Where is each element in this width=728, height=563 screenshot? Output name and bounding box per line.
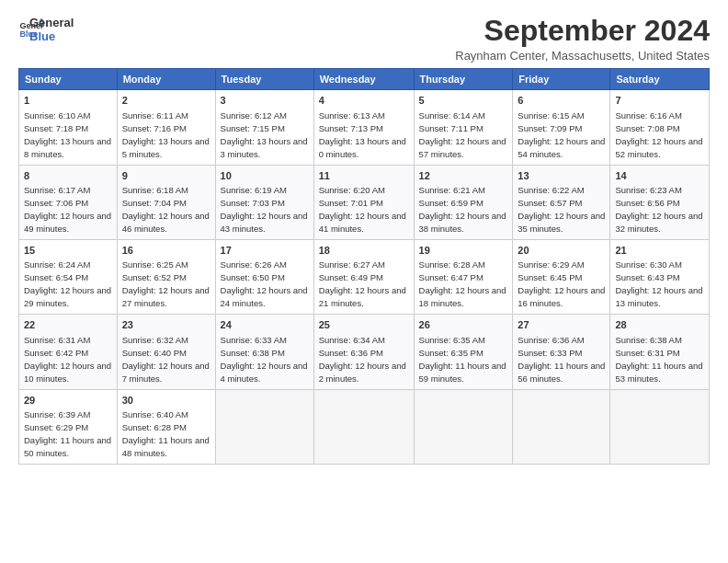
day-info: Sunrise: 6:22 AMSunset: 6:57 PMDaylight:… bbox=[518, 185, 605, 234]
day-cell: 3 Sunrise: 6:12 AMSunset: 7:15 PMDayligh… bbox=[215, 90, 313, 165]
day-number: 30 bbox=[122, 394, 210, 408]
logo: General Blue General Blue bbox=[18, 15, 74, 44]
day-cell: 23 Sunrise: 6:32 AMSunset: 6:40 PMDaylig… bbox=[117, 315, 215, 389]
day-info: Sunrise: 6:21 AMSunset: 6:59 PMDaylight:… bbox=[419, 185, 506, 234]
day-info: Sunrise: 6:25 AMSunset: 6:52 PMDaylight:… bbox=[122, 259, 210, 308]
day-number: 8 bbox=[24, 169, 112, 183]
day-cell: 11 Sunrise: 6:20 AMSunset: 7:01 PMDaylig… bbox=[313, 165, 414, 239]
week-row-5: 29 Sunrise: 6:39 AMSunset: 6:29 PMDaylig… bbox=[19, 389, 710, 464]
day-info: Sunrise: 6:26 AMSunset: 6:50 PMDaylight:… bbox=[221, 259, 308, 308]
day-info: Sunrise: 6:23 AMSunset: 6:56 PMDaylight:… bbox=[615, 185, 702, 234]
day-cell: 15 Sunrise: 6:24 AMSunset: 6:54 PMDaylig… bbox=[19, 239, 118, 314]
day-cell: 16 Sunrise: 6:25 AMSunset: 6:52 PMDaylig… bbox=[117, 239, 215, 314]
col-header-thursday: Thursday bbox=[414, 69, 513, 90]
day-cell: 25 Sunrise: 6:34 AMSunset: 6:36 PMDaylig… bbox=[313, 315, 414, 389]
day-cell: 21 Sunrise: 6:30 AMSunset: 6:43 PMDaylig… bbox=[610, 239, 710, 314]
day-cell: 6 Sunrise: 6:15 AMSunset: 7:09 PMDayligh… bbox=[513, 90, 610, 165]
day-number: 19 bbox=[419, 244, 508, 258]
day-number: 20 bbox=[518, 244, 605, 258]
day-number: 14 bbox=[615, 169, 704, 183]
day-info: Sunrise: 6:10 AMSunset: 7:18 PMDaylight:… bbox=[24, 110, 111, 159]
col-header-monday: Monday bbox=[117, 69, 215, 90]
day-cell: 29 Sunrise: 6:39 AMSunset: 6:29 PMDaylig… bbox=[19, 389, 118, 464]
day-info: Sunrise: 6:24 AMSunset: 6:54 PMDaylight:… bbox=[24, 259, 111, 308]
day-cell: 7 Sunrise: 6:16 AMSunset: 7:08 PMDayligh… bbox=[610, 90, 710, 165]
day-info: Sunrise: 6:20 AMSunset: 7:01 PMDaylight:… bbox=[319, 185, 406, 234]
day-cell: 27 Sunrise: 6:36 AMSunset: 6:33 PMDaylig… bbox=[513, 315, 610, 389]
day-info: Sunrise: 6:34 AMSunset: 6:36 PMDaylight:… bbox=[319, 335, 406, 384]
day-info: Sunrise: 6:36 AMSunset: 6:33 PMDaylight:… bbox=[518, 335, 605, 384]
day-info: Sunrise: 6:28 AMSunset: 6:47 PMDaylight:… bbox=[419, 259, 506, 308]
logo-line2: Blue bbox=[29, 30, 74, 44]
day-number: 5 bbox=[419, 94, 508, 108]
day-cell: 4 Sunrise: 6:13 AMSunset: 7:13 PMDayligh… bbox=[313, 90, 414, 165]
header: General Blue General Blue September 2024… bbox=[18, 15, 710, 63]
day-number: 9 bbox=[122, 169, 210, 183]
day-cell bbox=[414, 389, 513, 464]
week-row-1: 1 Sunrise: 6:10 AMSunset: 7:18 PMDayligh… bbox=[19, 90, 710, 165]
day-info: Sunrise: 6:16 AMSunset: 7:08 PMDaylight:… bbox=[615, 110, 702, 159]
day-cell: 22 Sunrise: 6:31 AMSunset: 6:42 PMDaylig… bbox=[19, 315, 118, 389]
day-cell: 10 Sunrise: 6:19 AMSunset: 7:03 PMDaylig… bbox=[215, 165, 313, 239]
day-cell: 12 Sunrise: 6:21 AMSunset: 6:59 PMDaylig… bbox=[414, 165, 513, 239]
day-info: Sunrise: 6:18 AMSunset: 7:04 PMDaylight:… bbox=[122, 185, 210, 234]
logo-line1: General bbox=[29, 17, 74, 30]
calendar-subtitle: Raynham Center, Massachusetts, United St… bbox=[455, 49, 710, 63]
day-info: Sunrise: 6:13 AMSunset: 7:13 PMDaylight:… bbox=[319, 110, 406, 159]
day-number: 22 bbox=[24, 318, 112, 332]
day-cell: 17 Sunrise: 6:26 AMSunset: 6:50 PMDaylig… bbox=[215, 239, 313, 314]
day-info: Sunrise: 6:12 AMSunset: 7:15 PMDaylight:… bbox=[221, 110, 308, 159]
day-number: 17 bbox=[221, 244, 309, 258]
calendar-table: SundayMondayTuesdayWednesdayThursdayFrid… bbox=[18, 68, 710, 465]
day-cell: 5 Sunrise: 6:14 AMSunset: 7:11 PMDayligh… bbox=[414, 90, 513, 165]
day-number: 4 bbox=[319, 94, 409, 108]
day-info: Sunrise: 6:17 AMSunset: 7:06 PMDaylight:… bbox=[24, 185, 111, 234]
day-cell: 9 Sunrise: 6:18 AMSunset: 7:04 PMDayligh… bbox=[117, 165, 215, 239]
day-info: Sunrise: 6:30 AMSunset: 6:43 PMDaylight:… bbox=[615, 259, 702, 308]
day-cell: 13 Sunrise: 6:22 AMSunset: 6:57 PMDaylig… bbox=[513, 165, 610, 239]
day-number: 16 bbox=[122, 244, 210, 258]
day-info: Sunrise: 6:39 AMSunset: 6:29 PMDaylight:… bbox=[24, 409, 111, 458]
day-number: 6 bbox=[518, 94, 605, 108]
day-cell bbox=[215, 389, 313, 464]
col-header-saturday: Saturday bbox=[610, 69, 710, 90]
day-info: Sunrise: 6:35 AMSunset: 6:35 PMDaylight:… bbox=[419, 335, 506, 384]
day-cell: 8 Sunrise: 6:17 AMSunset: 7:06 PMDayligh… bbox=[19, 165, 118, 239]
day-info: Sunrise: 6:27 AMSunset: 6:49 PMDaylight:… bbox=[319, 259, 406, 308]
day-number: 2 bbox=[122, 94, 210, 108]
day-cell: 14 Sunrise: 6:23 AMSunset: 6:56 PMDaylig… bbox=[610, 165, 710, 239]
day-number: 28 bbox=[615, 318, 704, 332]
header-row: SundayMondayTuesdayWednesdayThursdayFrid… bbox=[19, 69, 710, 90]
day-info: Sunrise: 6:40 AMSunset: 6:28 PMDaylight:… bbox=[122, 409, 210, 458]
day-info: Sunrise: 6:15 AMSunset: 7:09 PMDaylight:… bbox=[518, 110, 605, 159]
calendar-title: September 2024 bbox=[455, 15, 710, 47]
day-number: 7 bbox=[615, 94, 704, 108]
day-cell: 1 Sunrise: 6:10 AMSunset: 7:18 PMDayligh… bbox=[19, 90, 118, 165]
day-number: 24 bbox=[221, 318, 309, 332]
day-number: 18 bbox=[319, 244, 409, 258]
day-number: 3 bbox=[221, 94, 309, 108]
day-number: 10 bbox=[221, 169, 309, 183]
day-cell bbox=[313, 389, 414, 464]
day-cell bbox=[610, 389, 710, 464]
day-number: 23 bbox=[122, 318, 210, 332]
week-row-4: 22 Sunrise: 6:31 AMSunset: 6:42 PMDaylig… bbox=[19, 315, 710, 389]
day-info: Sunrise: 6:38 AMSunset: 6:31 PMDaylight:… bbox=[615, 335, 702, 384]
day-info: Sunrise: 6:19 AMSunset: 7:03 PMDaylight:… bbox=[221, 185, 308, 234]
day-info: Sunrise: 6:11 AMSunset: 7:16 PMDaylight:… bbox=[122, 110, 210, 159]
day-info: Sunrise: 6:14 AMSunset: 7:11 PMDaylight:… bbox=[419, 110, 506, 159]
day-cell: 30 Sunrise: 6:40 AMSunset: 6:28 PMDaylig… bbox=[117, 389, 215, 464]
day-cell: 20 Sunrise: 6:29 AMSunset: 6:45 PMDaylig… bbox=[513, 239, 610, 314]
day-cell: 24 Sunrise: 6:33 AMSunset: 6:38 PMDaylig… bbox=[215, 315, 313, 389]
page: General Blue General Blue September 2024… bbox=[0, 0, 728, 563]
day-number: 1 bbox=[24, 94, 112, 108]
day-number: 26 bbox=[419, 318, 508, 332]
day-cell: 26 Sunrise: 6:35 AMSunset: 6:35 PMDaylig… bbox=[414, 315, 513, 389]
day-number: 27 bbox=[518, 318, 605, 332]
day-cell bbox=[513, 389, 610, 464]
day-cell: 18 Sunrise: 6:27 AMSunset: 6:49 PMDaylig… bbox=[313, 239, 414, 314]
week-row-3: 15 Sunrise: 6:24 AMSunset: 6:54 PMDaylig… bbox=[19, 239, 710, 314]
day-number: 12 bbox=[419, 169, 508, 183]
day-number: 29 bbox=[24, 394, 112, 408]
title-block: September 2024 Raynham Center, Massachus… bbox=[455, 15, 710, 63]
